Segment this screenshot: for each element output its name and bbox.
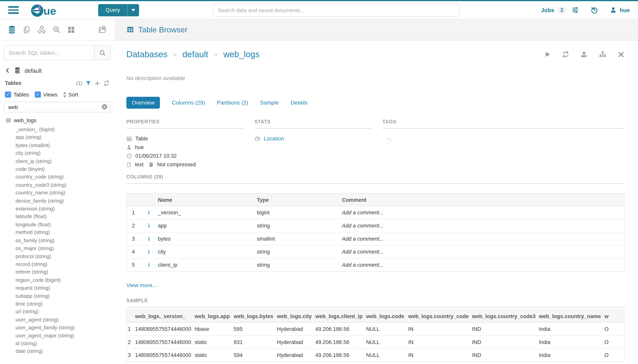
column-comment-placeholder[interactable]: Add a comment... — [342, 219, 624, 232]
table-column-item[interactable]: bytes (smallint) — [16, 142, 109, 150]
column-row-number: 3 — [127, 232, 143, 245]
info-icon[interactable]: i — [148, 248, 150, 254]
column-name-link[interactable]: app — [158, 219, 257, 232]
caret-down-icon[interactable] — [128, 4, 139, 16]
sliders-icon[interactable] — [571, 6, 579, 14]
table-column-item[interactable]: longitude (float) — [16, 221, 109, 229]
table-column-item[interactable]: client_ip (string) — [16, 158, 109, 165]
cubes-nav-icon[interactable] — [37, 25, 46, 34]
table-column-item[interactable]: protocol (string) — [16, 252, 109, 260]
query-play-icon[interactable] — [544, 50, 551, 58]
table-entry-web-logs[interactable]: web_logs — [6, 117, 109, 123]
history-icon[interactable] — [591, 6, 598, 14]
add-table-icon[interactable] — [94, 80, 100, 86]
hamburger-menu-icon[interactable] — [8, 6, 19, 14]
tab-overview[interactable]: Overview — [126, 97, 160, 109]
table-column-item[interactable]: latitude (float) — [16, 213, 109, 221]
global-search-input[interactable] — [213, 4, 460, 17]
column-name-link[interactable]: _version_ — [158, 206, 257, 219]
search-plus-nav-icon[interactable] — [52, 25, 61, 34]
table-column-item[interactable]: id (string) — [16, 340, 109, 348]
table-column-item[interactable]: region_code (bigint) — [16, 276, 109, 284]
sql-tables-search-input[interactable] — [5, 46, 94, 60]
refresh-icon[interactable] — [562, 50, 569, 58]
column-comment-placeholder[interactable]: Add a comment... — [342, 245, 624, 258]
tab-details[interactable]: Details — [291, 100, 308, 106]
table-column-item[interactable]: request (string) — [16, 284, 109, 292]
table-column-item[interactable]: _version_ (bigint) — [16, 126, 109, 134]
sample-cell-country-name: India — [539, 322, 604, 336]
table-column-item[interactable]: user_agent_major (string) — [16, 332, 109, 340]
table-entry-name[interactable]: web_logs — [14, 117, 36, 123]
upload-icon[interactable] — [580, 50, 587, 58]
user-icon[interactable] — [610, 6, 617, 13]
search-icon[interactable] — [94, 46, 110, 60]
table-column-item[interactable]: referer (string) — [16, 268, 109, 276]
table-column-item[interactable]: os_family (string) — [16, 237, 109, 244]
refresh-tables-icon[interactable] — [103, 80, 110, 86]
hue-logo[interactable]: ue — [31, 3, 61, 17]
tables-checkbox-label[interactable]: Tables — [14, 92, 29, 98]
apps-grid-nav-icon[interactable] — [67, 26, 75, 34]
table-column-item[interactable]: country_name (string) — [16, 189, 109, 197]
filter-funnel-icon[interactable] — [85, 80, 91, 86]
info-icon[interactable]: i — [148, 209, 150, 215]
column-name-link[interactable]: client_ip — [158, 258, 257, 271]
table-column-item[interactable]: city (string) — [16, 150, 109, 158]
close-icon[interactable] — [617, 51, 624, 58]
table-filter-input[interactable] — [4, 102, 111, 112]
table-column-item[interactable]: time (string) — [16, 300, 109, 308]
table-column-item[interactable]: subapp (string) — [16, 292, 109, 300]
table-column-item[interactable]: url (string) — [16, 308, 109, 316]
views-checkbox-label[interactable]: Views — [43, 92, 57, 98]
database-nav-icon[interactable] — [7, 25, 16, 34]
column-comment-placeholder[interactable]: Add a comment... — [342, 232, 624, 245]
documents-nav-icon[interactable] — [23, 25, 31, 34]
sitemap-icon[interactable] — [599, 50, 606, 58]
current-user-name[interactable]: hue — [620, 7, 630, 13]
tab-columns[interactable]: Columns (29) — [172, 100, 205, 106]
view-more-link[interactable]: View more... — [126, 282, 157, 288]
table-column-item[interactable]: os_major (string) — [16, 245, 109, 252]
table-column-item[interactable]: country_code3 (string) — [16, 181, 109, 189]
jobs-count-badge[interactable]: 2 — [557, 6, 566, 14]
tab-partitions[interactable]: Partitions (2) — [217, 100, 248, 106]
breadcrumb-default[interactable]: default — [182, 50, 208, 59]
info-icon[interactable]: i — [148, 262, 150, 268]
table-column-item[interactable]: extension (string) — [16, 205, 109, 213]
views-checkbox[interactable]: ✓ — [35, 92, 41, 98]
location-link[interactable]: Location — [264, 136, 284, 142]
sort-toggle[interactable]: Sort — [63, 92, 78, 98]
table-column-item[interactable]: country_code (string) — [16, 173, 109, 181]
breadcrumb-databases[interactable]: Databases — [126, 50, 167, 59]
table-column-item[interactable]: method (string) — [16, 229, 109, 237]
tables-checkbox[interactable]: ✓ — [5, 92, 11, 98]
query-button[interactable]: Query — [98, 4, 139, 16]
chevron-left-icon[interactable] — [5, 68, 10, 73]
info-icon[interactable]: i — [148, 236, 150, 242]
table-column-item[interactable]: user_agent_family (string) — [16, 324, 109, 332]
main-panel: Table Browser Databases > default > web_… — [114, 19, 638, 364]
tab-sample[interactable]: Sample — [260, 100, 279, 106]
table-filters-row: ✓ Tables ✓ Views Sort — [0, 92, 114, 98]
column-name-link[interactable]: bytes — [158, 232, 257, 245]
body-row: default Tables (1) — [0, 19, 638, 364]
table-column-item[interactable]: user_agent (string) — [16, 316, 109, 324]
column-comment-placeholder[interactable]: Add a comment... — [342, 206, 624, 219]
info-icon[interactable]: i — [148, 222, 150, 228]
column-row: 4 i city string Add a comment... — [127, 245, 624, 258]
current-database-name[interactable]: default — [25, 67, 42, 74]
entity-type-value: Table — [135, 136, 148, 142]
table-column-item[interactable]: record (string) — [16, 261, 109, 268]
column-comment-placeholder[interactable]: Add a comment... — [342, 258, 624, 271]
table-column-item[interactable]: code (tinyint) — [16, 166, 109, 173]
column-row-number: 5 — [127, 258, 143, 271]
jobs-link[interactable]: Jobs — [541, 7, 554, 13]
table-column-item[interactable]: app (string) — [16, 134, 109, 142]
folder-document-icon[interactable] — [98, 25, 107, 34]
query-button-label[interactable]: Query — [98, 4, 127, 16]
column-name-link[interactable]: city — [158, 245, 257, 258]
clear-filter-icon[interactable] — [102, 104, 108, 110]
table-column-item[interactable]: date (string) — [16, 348, 109, 356]
table-column-item[interactable]: device_family (string) — [16, 197, 109, 205]
